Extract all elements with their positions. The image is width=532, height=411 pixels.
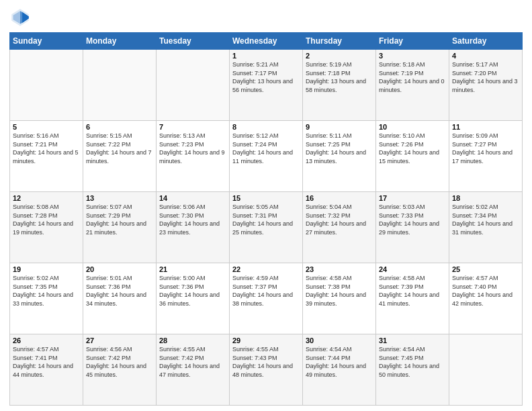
sunset-text: Sunset: 7:32 PM	[306, 212, 351, 219]
calendar-day-cell: 6 Sunrise: 5:15 AM Sunset: 7:22 PM Dayli…	[83, 121, 157, 192]
day-number: 27	[86, 336, 153, 345]
daylight-text: Daylight: 14 hours and 50 minutes.	[379, 363, 439, 378]
sunset-text: Sunset: 7:36 PM	[159, 283, 204, 290]
day-info: Sunrise: 4:55 AM Sunset: 7:42 PM Dayligh…	[159, 345, 226, 379]
day-info: Sunrise: 5:10 AM Sunset: 7:26 PM Dayligh…	[379, 132, 446, 165]
calendar-week-row: 19 Sunrise: 5:02 AM Sunset: 7:35 PM Dayl…	[10, 263, 523, 334]
sunset-text: Sunset: 7:40 PM	[452, 283, 497, 290]
sunset-text: Sunset: 7:18 PM	[306, 70, 351, 77]
daylight-text: Daylight: 14 hours and 49 minutes.	[306, 363, 366, 378]
sunrise-text: Sunrise: 4:59 AM	[232, 275, 279, 281]
day-info: Sunrise: 5:12 AM Sunset: 7:24 PM Dayligh…	[232, 132, 300, 165]
sunset-text: Sunset: 7:36 PM	[86, 283, 131, 290]
sunrise-text: Sunrise: 4:57 AM	[13, 346, 59, 353]
calendar-day-cell: 13 Sunrise: 5:07 AM Sunset: 7:29 PM Dayl…	[83, 192, 157, 263]
sunrise-text: Sunrise: 4:58 AM	[379, 275, 425, 281]
day-number: 16	[306, 194, 373, 202]
calendar-table: SundayMondayTuesdayWednesdayThursdayFrid…	[9, 32, 523, 406]
calendar-day-cell: 4 Sunrise: 5:17 AM Sunset: 7:20 PM Dayli…	[449, 50, 523, 121]
calendar-day-cell: 20 Sunrise: 5:01 AM Sunset: 7:36 PM Dayl…	[83, 263, 157, 334]
sunrise-text: Sunrise: 5:09 AM	[452, 132, 498, 139]
daylight-text: Daylight: 14 hours and 42 minutes.	[452, 291, 513, 307]
daylight-text: Daylight: 14 hours and 19 minutes.	[13, 220, 73, 236]
calendar-day-cell: 31 Sunrise: 4:54 AM Sunset: 7:45 PM Dayl…	[376, 334, 449, 406]
daylight-text: Daylight: 14 hours and 7 minutes.	[86, 149, 152, 165]
weekday-header: Thursday	[303, 33, 376, 50]
daylight-text: Daylight: 14 hours and 9 minutes.	[159, 149, 225, 165]
daylight-text: Daylight: 14 hours and 11 minutes.	[232, 149, 293, 165]
sunset-text: Sunset: 7:42 PM	[159, 355, 204, 361]
day-info: Sunrise: 5:01 AM Sunset: 7:36 PM Dayligh…	[86, 274, 153, 308]
day-number: 12	[13, 194, 80, 202]
day-info: Sunrise: 4:55 AM Sunset: 7:43 PM Dayligh…	[232, 345, 300, 379]
logo	[9, 7, 34, 28]
sunrise-text: Sunrise: 4:56 AM	[86, 346, 132, 353]
calendar-day-cell: 28 Sunrise: 4:55 AM Sunset: 7:42 PM Dayl…	[157, 334, 230, 406]
sunset-text: Sunset: 7:24 PM	[232, 141, 277, 148]
daylight-text: Daylight: 14 hours and 31 minutes.	[452, 220, 513, 236]
day-number: 15	[232, 194, 300, 202]
sunset-text: Sunset: 7:45 PM	[379, 355, 424, 361]
sunrise-text: Sunrise: 5:02 AM	[13, 275, 59, 281]
header	[9, 7, 523, 28]
day-info: Sunrise: 5:19 AM Sunset: 7:18 PM Dayligh…	[306, 60, 373, 94]
day-number: 20	[86, 265, 153, 273]
sunrise-text: Sunrise: 5:05 AM	[232, 203, 279, 210]
sunset-text: Sunset: 7:39 PM	[379, 283, 424, 290]
day-info: Sunrise: 5:08 AM Sunset: 7:28 PM Dayligh…	[13, 203, 80, 236]
day-info: Sunrise: 4:54 AM Sunset: 7:45 PM Dayligh…	[379, 345, 446, 379]
sunrise-text: Sunrise: 5:12 AM	[232, 132, 279, 139]
day-number: 3	[379, 52, 446, 60]
daylight-text: Daylight: 14 hours and 39 minutes.	[306, 291, 366, 307]
day-number: 25	[452, 265, 519, 273]
calendar-day-cell: 21 Sunrise: 5:00 AM Sunset: 7:36 PM Dayl…	[157, 263, 230, 334]
day-number: 23	[306, 265, 373, 273]
day-number: 5	[13, 123, 80, 131]
daylight-text: Daylight: 14 hours and 3 minutes.	[452, 78, 518, 93]
day-number: 7	[159, 123, 226, 131]
day-info: Sunrise: 5:18 AM Sunset: 7:19 PM Dayligh…	[379, 60, 446, 94]
day-info: Sunrise: 4:54 AM Sunset: 7:44 PM Dayligh…	[306, 345, 373, 379]
daylight-text: Daylight: 14 hours and 13 minutes.	[306, 149, 366, 165]
daylight-text: Daylight: 14 hours and 44 minutes.	[13, 363, 73, 378]
calendar-week-row: 12 Sunrise: 5:08 AM Sunset: 7:28 PM Dayl…	[10, 192, 523, 263]
calendar-week-row: 26 Sunrise: 4:57 AM Sunset: 7:41 PM Dayl…	[10, 334, 523, 406]
sunrise-text: Sunrise: 5:04 AM	[306, 203, 352, 210]
daylight-text: Daylight: 13 hours and 56 minutes.	[232, 78, 293, 93]
sunrise-text: Sunrise: 5:07 AM	[86, 203, 132, 210]
day-number: 28	[159, 336, 226, 345]
sunset-text: Sunset: 7:21 PM	[13, 141, 58, 148]
calendar-day-cell: 3 Sunrise: 5:18 AM Sunset: 7:19 PM Dayli…	[376, 50, 449, 121]
daylight-text: Daylight: 14 hours and 41 minutes.	[379, 291, 439, 307]
sunrise-text: Sunrise: 4:55 AM	[232, 346, 279, 353]
sunset-text: Sunset: 7:27 PM	[452, 141, 497, 148]
sunrise-text: Sunrise: 5:00 AM	[159, 275, 206, 281]
daylight-text: Daylight: 14 hours and 5 minutes.	[13, 149, 79, 165]
calendar-day-cell: 14 Sunrise: 5:06 AM Sunset: 7:30 PM Dayl…	[157, 192, 230, 263]
logo-icon	[9, 7, 31, 28]
daylight-text: Daylight: 14 hours and 27 minutes.	[306, 220, 366, 236]
calendar-day-cell: 11 Sunrise: 5:09 AM Sunset: 7:27 PM Dayl…	[449, 121, 523, 192]
calendar-day-cell: 25 Sunrise: 4:57 AM Sunset: 7:40 PM Dayl…	[449, 263, 523, 334]
calendar-day-cell	[449, 334, 523, 406]
day-info: Sunrise: 5:11 AM Sunset: 7:25 PM Dayligh…	[306, 132, 373, 165]
calendar-body: 1 Sunrise: 5:21 AM Sunset: 7:17 PM Dayli…	[10, 50, 523, 406]
page: SundayMondayTuesdayWednesdayThursdayFrid…	[0, 0, 532, 411]
day-number: 31	[379, 336, 446, 345]
sunrise-text: Sunrise: 5:15 AM	[86, 132, 132, 139]
calendar-day-cell: 27 Sunrise: 4:56 AM Sunset: 7:42 PM Dayl…	[83, 334, 157, 406]
day-info: Sunrise: 5:03 AM Sunset: 7:33 PM Dayligh…	[379, 203, 446, 236]
daylight-text: Daylight: 13 hours and 58 minutes.	[306, 78, 366, 93]
calendar-day-cell: 26 Sunrise: 4:57 AM Sunset: 7:41 PM Dayl…	[10, 334, 83, 406]
weekday-header: Sunday	[10, 33, 83, 50]
day-number: 10	[379, 123, 446, 131]
day-number: 8	[232, 123, 300, 131]
daylight-text: Daylight: 14 hours and 25 minutes.	[232, 220, 293, 236]
day-info: Sunrise: 4:57 AM Sunset: 7:41 PM Dayligh…	[13, 345, 80, 379]
sunrise-text: Sunrise: 4:54 AM	[306, 346, 352, 353]
day-info: Sunrise: 5:02 AM Sunset: 7:34 PM Dayligh…	[452, 203, 519, 236]
day-number: 21	[159, 265, 226, 273]
weekday-header: Tuesday	[157, 33, 230, 50]
sunrise-text: Sunrise: 5:18 AM	[379, 61, 425, 68]
daylight-text: Daylight: 14 hours and 33 minutes.	[13, 291, 73, 307]
